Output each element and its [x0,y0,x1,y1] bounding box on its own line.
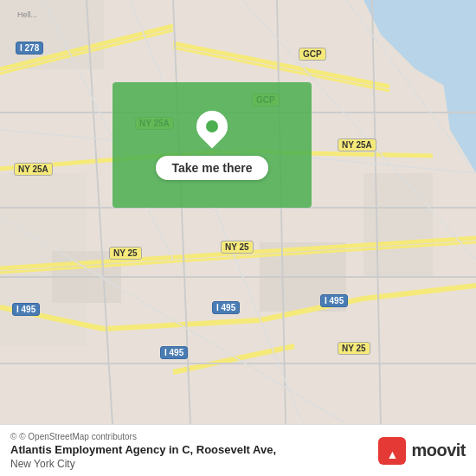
moovit-logo: moovit [378,437,466,465]
svg-rect-7 [363,173,433,277]
map-svg: Hell... [0,0,476,424]
location-title: Atlantis Employment Agency in C, Rooseve… [10,443,276,456]
footer: © © OpenStreetMap contributors Atlantis … [0,424,476,476]
osm-credit: © © OpenStreetMap contributors [10,432,276,441]
road-label-i495-2: I 495 [212,301,240,314]
take-me-there-button[interactable]: Take me there [156,156,267,180]
map-container: Hell... I 278 GCP GCP NY 25A NY 25A NY 2… [0,0,476,424]
road-label-ny25-1: NY 25 [109,247,142,260]
moovit-text: moovit [411,441,466,460]
moovit-icon [378,437,406,465]
footer-info: © © OpenStreetMap contributors Atlantis … [10,432,276,470]
osm-credit-text: © OpenStreetMap contributors [19,432,137,441]
road-label-ny25a1: NY 25A [14,163,53,176]
map-highlight-box: Take me there [113,82,312,208]
road-label-i495-1: I 495 [12,303,40,316]
road-label-ny25a3: NY 25A [338,138,376,151]
road-label-ny25-3: NY 25 [338,342,370,355]
road-label-ny25-2: NY 25 [221,241,254,254]
road-label-i278: I 278 [16,42,43,55]
road-label-i495-3: I 495 [320,294,348,307]
road-label-gcp1: GCP [299,48,326,61]
location-subtitle: New York City [10,458,276,470]
svg-text:Hell...: Hell... [17,10,37,19]
road-label-i495-4: I 495 [160,346,188,359]
location-pin-icon [196,111,228,149]
